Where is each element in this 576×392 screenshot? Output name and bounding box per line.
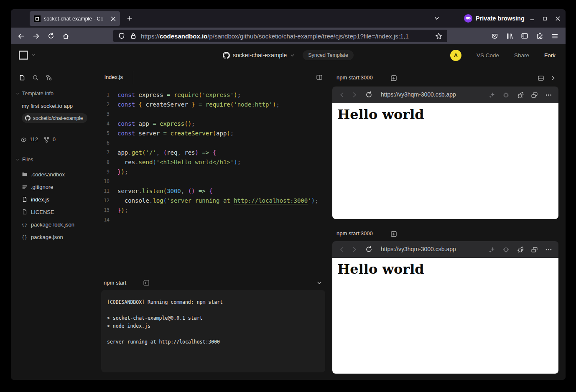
file-name: package.json [31, 234, 63, 240]
files-label: Files [22, 157, 33, 163]
collapse-panel-icon[interactable] [550, 75, 556, 81]
toolbar-right-icons [487, 30, 562, 42]
braces-icon: {} [22, 234, 28, 240]
avatar[interactable]: A [450, 50, 461, 61]
pocket-button[interactable] [487, 30, 502, 42]
preview-toolbar: https://vy3hqm-3000.csb.app [332, 241, 558, 258]
terminal-icon[interactable] [143, 280, 150, 286]
preview-column: npm start:3000 https://vy3hqm-3000.csb.a… [332, 66, 558, 380]
minimize-icon [529, 15, 535, 21]
file-row-index.js[interactable]: index.js [11, 193, 100, 206]
split-preview-icon[interactable] [538, 75, 544, 81]
editor-tab-indexjs[interactable]: index.js [104, 74, 123, 80]
preview-url[interactable]: https://vy3hqm-3000.csb.app [381, 91, 456, 98]
tracking-protection-icon[interactable] [118, 33, 125, 39]
code-line-5: 5const server = createServer(app); [100, 129, 330, 138]
close-icon [555, 15, 561, 22]
add-preview-icon[interactable] [390, 75, 397, 81]
preview-tab-label[interactable]: npm start:3000 [336, 74, 373, 81]
collapse-terminal-icon[interactable] [316, 280, 322, 286]
code-line-13: 13}); [100, 206, 330, 215]
inspect-target-icon[interactable] [502, 246, 510, 253]
forks-count: 0 [53, 137, 56, 143]
preview-back-icon[interactable] [339, 246, 345, 253]
line-number: 7 [100, 148, 110, 158]
preview-forward-icon[interactable] [351, 92, 358, 98]
file-row-package.json[interactable]: {}package.json [11, 231, 100, 243]
ai-sparkle-icon[interactable] [488, 92, 495, 99]
bookmark-star-icon[interactable] [435, 33, 442, 40]
preview-url[interactable]: https://vy3hqm-3000.csb.app [381, 246, 456, 252]
preview-forward-icon[interactable] [351, 246, 358, 253]
ai-sparkle-icon[interactable] [488, 246, 495, 253]
file-row-LICENSE[interactable]: LICENSE [11, 206, 100, 218]
home-button[interactable] [60, 30, 71, 42]
new-tab-button[interactable] [124, 13, 135, 24]
browser-tab[interactable]: socket-chat-example - Co [30, 11, 120, 26]
inspect-target-icon[interactable] [502, 92, 510, 99]
library-button[interactable] [502, 30, 517, 42]
devtools-tab-icon[interactable] [46, 74, 52, 81]
fork-button[interactable]: Fork [544, 52, 556, 59]
open-new-window-icon[interactable] [531, 246, 538, 253]
tab-close-icon[interactable] [110, 15, 117, 22]
debug-bug-icon[interactable] [517, 92, 524, 99]
line-content: }); [117, 167, 128, 177]
template-info-section-header[interactable]: Template Info [11, 89, 100, 98]
file-icon [22, 209, 28, 215]
more-options-icon[interactable] [545, 92, 552, 99]
file-row-.codesandbox[interactable]: .codesandbox [11, 168, 100, 181]
line-content: }); [117, 206, 128, 215]
preview-reload-icon[interactable] [365, 91, 372, 98]
file-row-.gitignore[interactable]: .gitignore [11, 181, 100, 193]
minimize-button[interactable] [525, 9, 538, 28]
app-menu-button[interactable] [547, 30, 562, 42]
vscode-button[interactable]: VS Code [477, 52, 499, 59]
preview-back-icon[interactable] [339, 92, 345, 98]
code-line-1: 1const express = require('express'); [100, 90, 330, 100]
chevron-down-icon[interactable] [290, 53, 295, 58]
preview-tab-label[interactable]: npm start:3000 [336, 230, 373, 237]
browser-toolbar: https://codesandbox.io/p/sandbox/github/… [11, 28, 566, 44]
maximize-button[interactable] [538, 9, 551, 28]
url-text[interactable]: https://codesandbox.io/p/sandbox/github/… [141, 33, 432, 40]
files-section-header[interactable]: Files [11, 155, 100, 164]
reload-button[interactable] [45, 30, 57, 42]
list-tabs-button[interactable] [431, 13, 443, 24]
url-bar[interactable]: https://codesandbox.io/p/sandbox/github/… [113, 30, 447, 42]
code-line-11: 11server.listen(3000, () => { [100, 186, 330, 196]
code-line-7: 7app.get('/', (req, res) => { [100, 148, 330, 158]
explorer-tab-icon[interactable] [19, 74, 25, 81]
code-line-6: 6 [100, 138, 330, 148]
back-button[interactable] [15, 30, 27, 42]
close-window-button[interactable] [551, 9, 564, 28]
sidebar: Template Info my first socket.io app soc… [11, 66, 100, 380]
line-number: 1 [100, 90, 110, 100]
share-button[interactable]: Share [514, 52, 529, 59]
file-row-package-lock.json[interactable]: {}package-lock.json [11, 218, 100, 231]
template-info-label: Template Info [22, 91, 54, 97]
split-editor-icon[interactable] [316, 74, 323, 81]
project-name[interactable]: socket-chat-example [233, 52, 287, 59]
views-eye-icon [20, 137, 27, 143]
more-options-icon[interactable] [545, 246, 552, 253]
library-icon [506, 33, 513, 40]
debug-bug-icon[interactable] [517, 246, 524, 253]
line-content: app.get('/', (req, res) => { [117, 148, 216, 158]
sidebars-button[interactable] [517, 30, 532, 42]
add-preview-icon[interactable] [390, 231, 397, 237]
line-number: 12 [100, 196, 110, 206]
extensions-button[interactable] [532, 30, 547, 42]
preview-tabrow-top: npm start:3000 [332, 71, 558, 85]
preview-reload-icon[interactable] [365, 246, 372, 253]
url-path: /p/sandbox/github/socketio/chat-example/… [207, 33, 409, 40]
terminal-tab-label[interactable]: npm start [104, 280, 126, 286]
code-editor[interactable]: 1const express = require('express');2con… [100, 90, 330, 225]
search-tab-icon[interactable] [32, 74, 39, 81]
terminal-output[interactable]: [CODESANDBOX] Running command: npm start… [101, 290, 325, 372]
repo-pill[interactable]: socketio/chat-example [22, 113, 87, 123]
code-line-4: 4const app = express(); [100, 119, 330, 129]
open-new-window-icon[interactable] [531, 92, 538, 99]
forward-button[interactable] [30, 30, 42, 42]
lock-icon[interactable] [130, 33, 137, 39]
